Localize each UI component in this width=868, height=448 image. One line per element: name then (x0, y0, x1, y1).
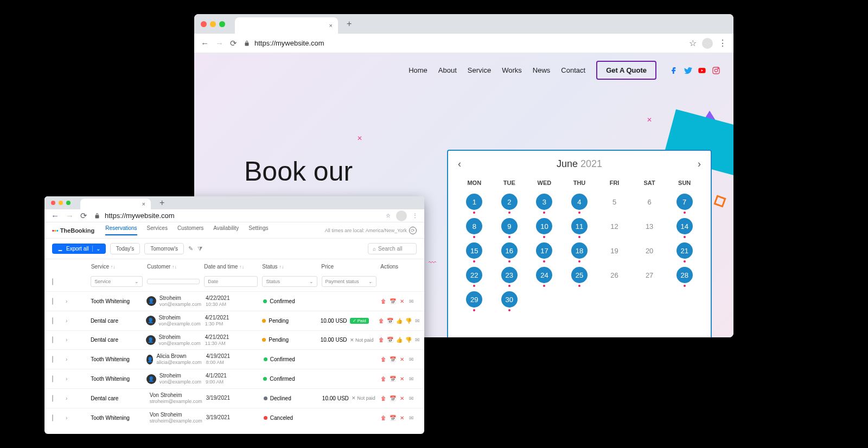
tomorrow-filter[interactable]: Tomorrow's (144, 243, 184, 254)
delete-icon[interactable]: 🗑 (381, 376, 387, 382)
delete-icon[interactable]: 🗑 (381, 395, 387, 401)
cancel-icon[interactable]: ✕ (399, 415, 405, 421)
expand-row-icon[interactable]: › (66, 356, 73, 362)
facebook-icon[interactable] (669, 66, 678, 75)
email-icon[interactable]: ✉ (409, 298, 414, 304)
export-button[interactable]: Export all ⌄ (52, 244, 106, 254)
reload-icon[interactable]: ⟳ (80, 211, 87, 221)
calendar-day[interactable]: 3 (528, 193, 561, 215)
nav-service[interactable]: Service (468, 66, 491, 74)
col-service[interactable]: Service ↑↓ (91, 264, 143, 270)
youtube-icon[interactable] (698, 66, 706, 75)
reschedule-icon[interactable]: 📅 (390, 376, 396, 382)
approve-icon[interactable]: 👍 (397, 318, 403, 324)
url-field[interactable]: https://mywebsite.com (244, 39, 682, 47)
filter-icon[interactable]: ⧩ (197, 245, 202, 252)
nav-services[interactable]: Services (147, 225, 168, 235)
window-close-dot[interactable] (51, 201, 55, 205)
menu-icon[interactable]: ⋮ (412, 213, 418, 219)
email-icon[interactable]: ✉ (409, 415, 414, 421)
calendar-day[interactable]: 1 (458, 193, 491, 215)
calendar-day[interactable]: 15 (458, 241, 491, 264)
cancel-icon[interactable]: ✕ (399, 376, 405, 382)
col-datetime[interactable]: Date and time ↑↓ (204, 264, 258, 270)
window-minimize-dot[interactable] (59, 201, 63, 205)
reschedule-icon[interactable]: 📅 (390, 415, 396, 421)
email-icon[interactable]: ✉ (409, 395, 414, 401)
calendar-day[interactable]: 23 (493, 266, 526, 288)
filter-date[interactable]: Date (204, 276, 258, 287)
calendar-day[interactable]: 2 (493, 193, 526, 215)
row-checkbox[interactable] (52, 414, 53, 421)
new-tab-button[interactable]: + (347, 19, 352, 29)
calendar-next-button[interactable]: › (698, 158, 701, 170)
tab-close-icon[interactable]: × (142, 201, 145, 207)
brand-logo[interactable]: ••• TheBooking (52, 227, 94, 234)
row-checkbox[interactable] (52, 336, 53, 343)
calendar-day[interactable]: 8 (458, 217, 491, 239)
nav-home[interactable]: Home (409, 66, 427, 74)
calendar-day[interactable]: 29 (458, 290, 491, 312)
instagram-icon[interactable] (712, 66, 720, 75)
browser-tab[interactable]: × (235, 17, 338, 34)
approve-icon[interactable]: 👍 (397, 337, 403, 343)
reschedule-icon[interactable]: 📅 (390, 356, 396, 362)
reload-icon[interactable]: ⟳ (230, 39, 237, 48)
nav-availability[interactable]: Availability (213, 225, 239, 235)
edit-icon[interactable]: ✎ (188, 245, 193, 252)
row-checkbox[interactable] (52, 395, 53, 402)
menu-icon[interactable]: ⋮ (718, 38, 727, 48)
back-icon[interactable]: ← (201, 39, 209, 48)
delete-icon[interactable]: 🗑 (381, 415, 387, 421)
back-icon[interactable]: ← (51, 211, 59, 220)
expand-row-icon[interactable]: › (66, 395, 73, 401)
delete-icon[interactable]: 🗑 (381, 298, 387, 304)
calendar-day[interactable]: 16 (493, 241, 526, 264)
col-price[interactable]: Price (321, 264, 376, 270)
tab-close-icon[interactable]: × (329, 22, 333, 29)
email-icon[interactable]: ✉ (415, 337, 419, 343)
star-icon[interactable]: ☆ (386, 213, 391, 219)
calendar-day[interactable]: 22 (458, 266, 491, 288)
nav-reservations[interactable]: Reservations (105, 225, 137, 235)
row-checkbox[interactable] (52, 317, 53, 324)
twitter-icon[interactable] (684, 66, 692, 75)
search-input[interactable]: ⌕ Search all (368, 243, 417, 254)
delete-icon[interactable]: 🗑 (379, 337, 384, 343)
delete-icon[interactable]: 🗑 (379, 318, 384, 324)
calendar-day[interactable]: 14 (668, 217, 701, 239)
row-checkbox[interactable] (52, 298, 53, 305)
expand-row-icon[interactable]: › (66, 337, 73, 343)
row-checkbox[interactable] (52, 375, 53, 382)
timezone-icon[interactable]: ⟳ (409, 227, 417, 234)
reschedule-icon[interactable]: 📅 (387, 337, 393, 343)
calendar-day[interactable]: 7 (668, 193, 701, 215)
reschedule-icon[interactable]: 📅 (390, 298, 396, 304)
calendar-prev-button[interactable]: ‹ (458, 158, 461, 170)
filter-status[interactable]: Status⌄ (262, 276, 317, 287)
calendar-day[interactable]: 21 (668, 241, 701, 264)
window-minimize-dot[interactable] (210, 21, 216, 27)
email-icon[interactable]: ✉ (409, 356, 414, 362)
cancel-icon[interactable]: ✕ (399, 356, 405, 362)
forward-icon[interactable]: → (66, 211, 74, 220)
url-field[interactable]: https://mywebsite.com (94, 212, 379, 220)
calendar-day[interactable]: 18 (563, 241, 596, 264)
new-tab-button[interactable]: + (159, 198, 164, 208)
select-all-checkbox[interactable] (52, 278, 53, 285)
get-quote-button[interactable]: Get A Quote (596, 61, 656, 80)
calendar-day[interactable]: 24 (528, 266, 561, 288)
calendar-day[interactable]: 30 (493, 290, 526, 312)
email-icon[interactable]: ✉ (415, 318, 419, 324)
calendar-day[interactable]: 4 (563, 193, 596, 215)
window-maximize-dot[interactable] (219, 21, 225, 27)
forward-icon[interactable]: → (215, 39, 224, 48)
filter-payment[interactable]: Payment status⌄ (322, 276, 376, 287)
decline-icon[interactable]: 👎 (406, 318, 412, 324)
calendar-day[interactable]: 11 (563, 217, 596, 239)
reschedule-icon[interactable]: 📅 (387, 318, 393, 324)
calendar-day[interactable]: 17 (528, 241, 561, 264)
decline-icon[interactable]: 👎 (406, 337, 412, 343)
nav-customers[interactable]: Customers (177, 225, 203, 235)
email-icon[interactable]: ✉ (409, 376, 414, 382)
